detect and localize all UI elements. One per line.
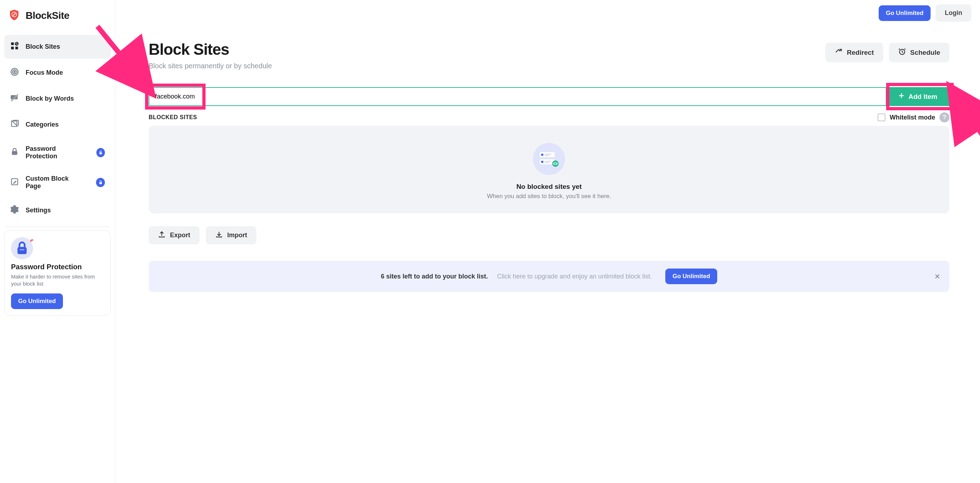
lock-icon <box>10 147 19 158</box>
go-unlimited-button[interactable]: Go Unlimited <box>879 5 931 21</box>
empty-subtitle: When you add sites to block, you'll see … <box>487 193 611 200</box>
redirect-label: Redirect <box>846 49 874 57</box>
banner-main-text: 6 sites left to add to your block list. <box>381 273 488 280</box>
sidebar-item-block-by-words[interactable]: Block by Words <box>4 87 111 111</box>
sidebar-item-label: Custom Block Page <box>25 175 83 190</box>
import-button[interactable]: Import <box>206 226 256 244</box>
sidebar-item-label: Block by Words <box>25 95 74 102</box>
export-button[interactable]: Export <box>149 226 199 244</box>
promo-go-unlimited-button[interactable]: Go Unlimited <box>11 293 63 309</box>
svg-rect-32 <box>544 162 549 163</box>
edit-page-icon <box>10 177 19 188</box>
svg-rect-26 <box>541 154 543 156</box>
sidebar-item-settings[interactable]: Settings <box>4 198 111 222</box>
brand-name: BlockSite <box>25 10 69 21</box>
blocked-sites-empty-panel: No blocked sites yet When you add sites … <box>149 126 950 214</box>
svg-point-16 <box>13 155 14 155</box>
chat-slash-icon <box>10 93 19 104</box>
add-item-button[interactable]: Add Item <box>886 87 950 106</box>
upgrade-banner: 6 sites left to add to your block list. … <box>149 261 950 292</box>
banner-sub-text[interactable]: Click here to upgrade and enjoy an unlim… <box>497 273 652 280</box>
redirect-button[interactable]: Redirect <box>825 43 883 62</box>
add-item-label: Add Item <box>908 93 937 100</box>
whitelist-label: Whitelist mode <box>890 114 935 121</box>
add-url-row: Add Item <box>149 87 950 106</box>
promo-lock-icon: *** <box>11 237 33 259</box>
promo-title: Password Protection <box>11 263 104 271</box>
svg-rect-19 <box>100 152 102 154</box>
svg-rect-31 <box>544 161 552 162</box>
promo-desc: Make it harder to remove sites from your… <box>11 273 104 288</box>
svg-rect-13 <box>11 121 17 126</box>
svg-text:***: *** <box>20 248 25 252</box>
svg-point-17 <box>14 155 15 155</box>
sidebar-item-custom-block-page[interactable]: Custom Block Page <box>4 169 111 196</box>
svg-rect-3 <box>11 42 14 45</box>
target-icon <box>10 67 19 78</box>
grid-block-icon <box>10 41 19 52</box>
sidebar-item-label: Block Sites <box>25 43 60 51</box>
premium-lock-badge <box>96 178 105 187</box>
svg-line-7 <box>16 43 18 45</box>
svg-rect-28 <box>544 155 549 156</box>
schedule-label: Schedule <box>910 49 940 57</box>
schedule-button[interactable]: Schedule <box>889 43 950 62</box>
page-subtitle: Block sites permanently or by schedule <box>149 62 272 70</box>
topbar: Go Unlimited Login <box>115 0 980 26</box>
svg-point-10 <box>14 71 15 72</box>
empty-title: No blocked sites yet <box>516 183 582 191</box>
upload-icon <box>158 231 166 240</box>
page-title: Block Sites <box>149 41 272 58</box>
export-label: Export <box>170 231 190 239</box>
sidebar-item-block-sites[interactable]: Block Sites <box>4 35 111 59</box>
plus-icon <box>898 92 905 101</box>
svg-rect-4 <box>11 46 14 49</box>
main: Go Unlimited Login Block Sites Block sit… <box>115 0 980 483</box>
empty-list-icon <box>533 143 565 175</box>
sidebar-item-categories[interactable]: Categories <box>4 113 111 137</box>
sidebar: BlockSite Block Sites Focus Mode Block b… <box>0 0 115 483</box>
svg-point-18 <box>16 155 16 155</box>
sidebar-item-label: Password Protection <box>25 145 84 160</box>
login-button[interactable]: Login <box>935 4 972 22</box>
svg-rect-30 <box>541 161 543 163</box>
content: Block Sites Block sites permanently or b… <box>115 26 980 483</box>
whitelist-help-icon[interactable]: ? <box>939 112 950 122</box>
layers-icon <box>10 119 19 130</box>
sidebar-item-label: Categories <box>25 121 59 128</box>
sidebar-item-label: Settings <box>25 207 51 214</box>
brand-shield-icon <box>8 8 21 23</box>
promo-card: *** Password Protection Make it harder t… <box>4 231 111 316</box>
download-icon <box>215 231 223 240</box>
svg-rect-27 <box>544 154 552 155</box>
clock-icon <box>898 48 906 57</box>
import-label: Import <box>227 231 247 239</box>
svg-rect-21 <box>99 182 102 184</box>
url-input[interactable] <box>149 87 886 106</box>
svg-rect-5 <box>15 46 18 49</box>
sidebar-item-label: Focus Mode <box>25 69 63 77</box>
blocked-sites-label: BLOCKED SITES <box>149 114 197 121</box>
sidebar-item-focus-mode[interactable]: Focus Mode <box>4 61 111 84</box>
premium-lock-badge <box>96 148 105 157</box>
gear-icon <box>10 205 19 216</box>
brand: BlockSite <box>0 0 115 32</box>
banner-close-icon[interactable] <box>933 272 942 281</box>
sidebar-item-password-protection[interactable]: Password Protection <box>4 139 111 166</box>
sidebar-divider <box>5 226 110 227</box>
redirect-arrow-icon <box>835 48 842 57</box>
svg-rect-15 <box>12 151 17 155</box>
sidebar-nav: Block Sites Focus Mode Block by Words Ca… <box>0 32 115 225</box>
whitelist-checkbox[interactable] <box>878 113 885 121</box>
banner-go-unlimited-button[interactable]: Go Unlimited <box>665 269 717 284</box>
